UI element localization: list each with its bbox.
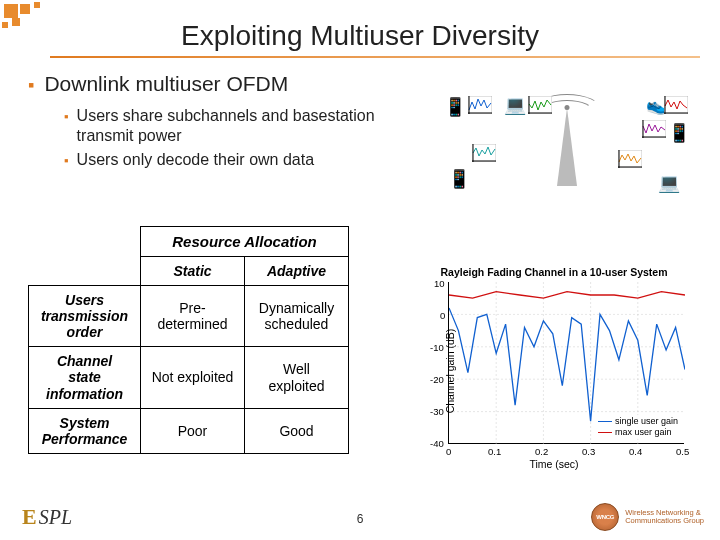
page-number: 6 [357, 512, 364, 526]
phone-icon: 📱 [444, 96, 466, 118]
phone-icon: 📱 [448, 168, 470, 190]
table-row: Users transmission order Pre-determined … [29, 286, 349, 347]
table-cell: Not exploited [141, 347, 245, 408]
laptop-icon: 💻 [504, 94, 526, 116]
bullet-marker: ▪ [64, 109, 69, 125]
title-underline [50, 56, 700, 58]
tower-icon [557, 108, 577, 186]
bullet-level2: ▪ Users only decode their own data [64, 150, 384, 170]
table-header-span: Resource Allocation [141, 227, 349, 257]
ytick: 0 [440, 310, 445, 321]
espl-logo: ESPL [22, 504, 72, 530]
xtick: 0 [446, 446, 451, 457]
table-cell: Poor [141, 408, 245, 453]
xtick: 0.3 [582, 446, 595, 457]
table-row: Channel state information Not exploited … [29, 347, 349, 408]
mini-chart-icon [528, 96, 552, 114]
bullet-text: Users share subchannels and basestation … [77, 106, 384, 146]
chart-xlabel: Time (sec) [406, 458, 702, 476]
ytick: -10 [430, 342, 444, 353]
mini-chart-icon [468, 96, 492, 114]
mini-chart-icon [664, 96, 688, 114]
mini-chart-icon [642, 120, 666, 138]
slide: Exploiting Multiuser Diversity ▪ Downlin… [0, 0, 720, 540]
xtick: 0.5 [676, 446, 689, 457]
slide-title: Exploiting Multiuser Diversity [0, 20, 720, 52]
table-cell: Well exploited [245, 347, 349, 408]
row-header: Users transmission order [29, 286, 141, 347]
svg-rect-0 [468, 96, 492, 114]
svg-rect-9 [642, 120, 666, 138]
logo-text: SPL [39, 506, 72, 529]
ytick: 10 [434, 278, 445, 289]
legend-item: max user gain [615, 427, 672, 438]
chart-title: Rayleigh Fading Channel in a 10-user Sys… [406, 266, 702, 278]
xtick: 0.2 [535, 446, 548, 457]
row-header: System Performance [29, 408, 141, 453]
col-header-static: Static [141, 257, 245, 286]
fading-chart: Rayleigh Fading Channel in a 10-user Sys… [406, 266, 702, 476]
svg-rect-6 [664, 96, 688, 114]
ytick: -30 [430, 406, 444, 417]
bullet-marker: ▪ [64, 153, 69, 169]
chart-plot-area: single user gain max user gain [448, 282, 684, 444]
bullet-text: Downlink multiuser OFDM [44, 72, 288, 96]
phone-icon: 📱 [668, 122, 690, 144]
ytick: -20 [430, 374, 444, 385]
row-header: Channel state information [29, 347, 141, 408]
basestation-diagram: 📱 💻 👟 📱 💻 📱 [442, 92, 692, 218]
bullet-text: Users only decode their own data [77, 150, 314, 170]
table-row: System Performance Poor Good [29, 408, 349, 453]
xtick: 0.1 [488, 446, 501, 457]
bullet-marker: ▪ [28, 75, 34, 96]
footer: ESPL 6 Wireless Networking & Communicati… [0, 504, 720, 534]
col-header-adaptive: Adaptive [245, 257, 349, 286]
xtick: 0.4 [629, 446, 642, 457]
logo-line: Communications Group [625, 517, 704, 525]
table-cell: Pre-determined [141, 286, 245, 347]
resource-allocation-table: Resource Allocation Static Adaptive User… [28, 226, 349, 454]
mini-chart-icon [618, 150, 642, 168]
laptop-icon: 💻 [658, 172, 680, 194]
mini-chart-icon [472, 144, 496, 162]
wncg-logo: Wireless Networking & Communications Gro… [591, 503, 704, 531]
ytick: -40 [430, 438, 444, 449]
wncg-seal-icon [591, 503, 619, 531]
bullet-level2: ▪ Users share subchannels and basestatio… [64, 106, 384, 146]
chart-legend: single user gain max user gain [596, 415, 680, 439]
table-cell: Dynamically scheduled [245, 286, 349, 347]
legend-item: single user gain [615, 416, 678, 427]
table-cell: Good [245, 408, 349, 453]
